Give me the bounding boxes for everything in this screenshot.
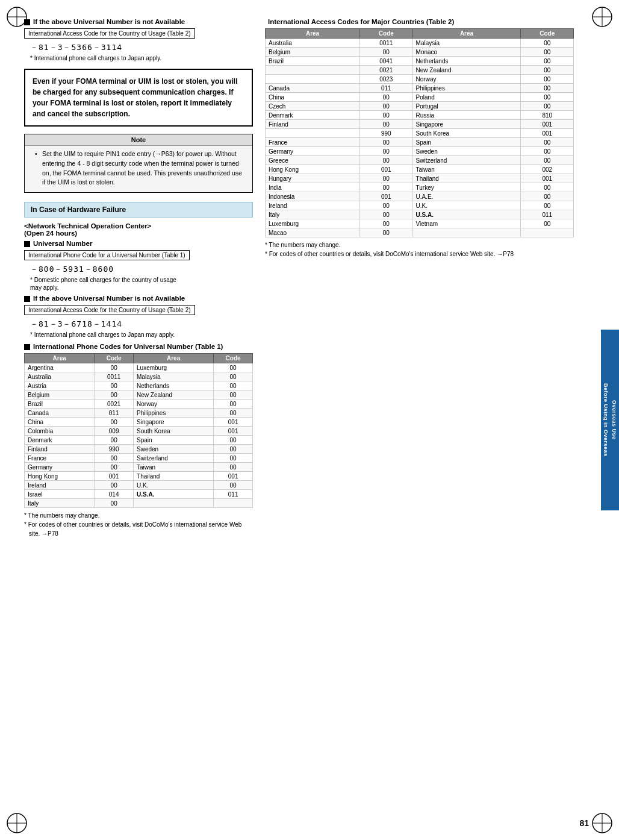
table1-header-code1: Code xyxy=(95,354,134,363)
universal-number-heading: Universal Number xyxy=(24,240,253,247)
table-row: Ireland00U.K.00 xyxy=(266,201,574,210)
intl-access-heading: International Access Codes for Major Cou… xyxy=(265,18,574,25)
table-row: Denmark00Spain00 xyxy=(25,436,253,445)
network-heading: <Network Technical Operation Center>(Ope… xyxy=(24,222,253,237)
table1-footnote-1: * The numbers may change. xyxy=(29,511,253,520)
table-row: Argentina00Luxemburg00 xyxy=(25,363,253,372)
warning-box: Even if your FOMA terminal or UIM is los… xyxy=(24,69,253,127)
universal-number-phone: －800－5931－8600 xyxy=(30,264,253,275)
table2: Area Code Area Code Australia0011Malaysi… xyxy=(265,28,574,237)
table-row: China00Singapore001 xyxy=(25,418,253,427)
bullet-icon-2 xyxy=(24,241,30,247)
footnote-2: * International phone call charges to Ja… xyxy=(30,331,253,338)
bullet-icon-3 xyxy=(24,296,30,302)
table1-footnotes: * The numbers may change. * For codes of… xyxy=(24,511,253,538)
table2-header-area2: Area xyxy=(412,29,521,39)
side-tab: Overseas Use Before Using in Overseas xyxy=(601,330,619,510)
intl-phone-codes-heading: International Phone Codes for Universal … xyxy=(24,343,253,350)
table-row: Canada011Philippines00 xyxy=(266,84,574,93)
table-row: Hong Kong001Taiwan002 xyxy=(266,165,574,174)
table-row: Denmark00Russia810 xyxy=(266,111,574,120)
table-row: France00Switzerland00 xyxy=(25,454,253,463)
table-row: Germany00Sweden00 xyxy=(266,147,574,156)
universal-number-box-label: International Phone Code for a Universal… xyxy=(24,250,190,260)
table-row: Italy00U.S.A.011 xyxy=(266,210,574,219)
table-row: France00Spain00 xyxy=(266,138,574,147)
not-available-section-2: If the above Universal Number is not Ava… xyxy=(24,295,253,338)
phone-number-top: －81－3－5366－3114 xyxy=(30,42,253,53)
table2-footnotes: * The numbers may change. * For codes of… xyxy=(265,240,574,259)
warning-text: Even if your FOMA terminal or UIM is los… xyxy=(33,76,244,119)
left-column: If the above Universal Number is not Ava… xyxy=(24,18,253,538)
table-row: Finland00Singapore001 xyxy=(266,120,574,129)
side-tab-overseas: Overseas Use xyxy=(611,400,617,440)
corner-decoration-br xyxy=(590,811,614,835)
table-row: 0023Norway00 xyxy=(266,75,574,84)
table2-footnote-1: * The numbers may change. xyxy=(270,240,574,249)
table-row: Australia0011Malaysia00 xyxy=(266,39,574,48)
side-tab-before: Before Using in Overseas xyxy=(603,383,609,457)
table-row: Italy00 xyxy=(25,499,253,508)
table1: Area Code Area Code Argentina00Luxemburg… xyxy=(24,353,253,508)
table2-header-code1: Code xyxy=(360,29,412,39)
table1-header-area1: Area xyxy=(25,354,95,363)
table-row: Germany00Taiwan00 xyxy=(25,463,253,472)
intl-access-section: International Access Codes for Major Cou… xyxy=(265,18,574,259)
table-row: Colombia009South Korea001 xyxy=(25,427,253,436)
table-row: Finland990Sweden00 xyxy=(25,445,253,454)
table-row: Greece00Switzerland00 xyxy=(266,156,574,165)
table-row: Austria00Netherlands00 xyxy=(25,381,253,390)
table1-header-area2: Area xyxy=(134,354,214,363)
table-row: India00Turkey00 xyxy=(266,183,574,192)
table-row: Macao00 xyxy=(266,228,574,237)
access-code-box-2: International Access Code for the Countr… xyxy=(24,305,195,315)
table-row: Brazil0041Netherlands00 xyxy=(266,57,574,66)
table-row: Canada011Philippines00 xyxy=(25,409,253,418)
note-list: Set the UIM to require PIN1 code entry (… xyxy=(32,149,245,187)
access-code-box-top: International Access Code for the Countr… xyxy=(24,28,195,39)
main-content: If the above Universal Number is not Ava… xyxy=(0,0,598,556)
footnote-top: * International phone call charges to Ja… xyxy=(30,55,253,61)
table1-footnote-2: * For codes of other countries or detail… xyxy=(29,520,253,538)
not-available-heading-top: If the above Universal Number is not Ava… xyxy=(24,18,253,25)
table-row: Belgium00New Zealand00 xyxy=(25,390,253,400)
intl-phone-codes-section: International Phone Codes for Universal … xyxy=(24,343,253,538)
universal-number-section: Universal Number International Phone Cod… xyxy=(24,240,253,291)
table2-header-area1: Area xyxy=(266,29,360,39)
table-row: Luxemburg00Vietnam00 xyxy=(266,219,574,228)
table-row: Hungary00Thailand001 xyxy=(266,174,574,183)
table2-header-code2: Code xyxy=(521,29,574,39)
phone-number-2: －81－3－6718－1414 xyxy=(30,319,253,330)
table-row: 990South Korea001 xyxy=(266,129,574,138)
table-row: Australia0011Malaysia00 xyxy=(25,372,253,381)
table-row: 0021New Zealand00 xyxy=(266,66,574,75)
note-label: Note xyxy=(25,134,252,146)
universal-number-footnote1: * Domestic phone call charges for the co… xyxy=(30,277,253,283)
page-number: 81 xyxy=(579,818,589,828)
corner-decoration-tr xyxy=(590,5,614,29)
hardware-failure-section: In Case of Hardware Failure xyxy=(24,202,253,218)
table-row: Brazil0021Norway00 xyxy=(25,400,253,409)
table-row: Ireland00U.K.00 xyxy=(25,481,253,490)
table-row: Indonesia001U.A.E.00 xyxy=(266,192,574,201)
not-available-heading-2: If the above Universal Number is not Ava… xyxy=(24,295,253,302)
note-box: Note Set the UIM to require PIN1 code en… xyxy=(24,134,253,193)
corner-decoration-tl xyxy=(5,5,29,29)
note-item: Set the UIM to require PIN1 code entry (… xyxy=(35,149,245,187)
table-row: Czech00Portugal00 xyxy=(266,102,574,111)
table-row: Belgium00Monaco00 xyxy=(266,48,574,57)
table-row: Hong Kong001Thailand001 xyxy=(25,472,253,481)
table1-header-code2: Code xyxy=(214,354,253,363)
universal-number-footnote2: may apply. xyxy=(30,284,253,291)
right-column: International Access Codes for Major Cou… xyxy=(265,18,574,538)
table2-footnote-2: * For codes of other countries or detail… xyxy=(270,249,574,259)
table-row: Israel014U.S.A.011 xyxy=(25,490,253,499)
bullet-icon-4 xyxy=(24,344,30,350)
corner-decoration-bl xyxy=(5,811,29,835)
table-row: China00Poland00 xyxy=(266,93,574,102)
not-available-section-top: If the above Universal Number is not Ava… xyxy=(24,18,253,61)
